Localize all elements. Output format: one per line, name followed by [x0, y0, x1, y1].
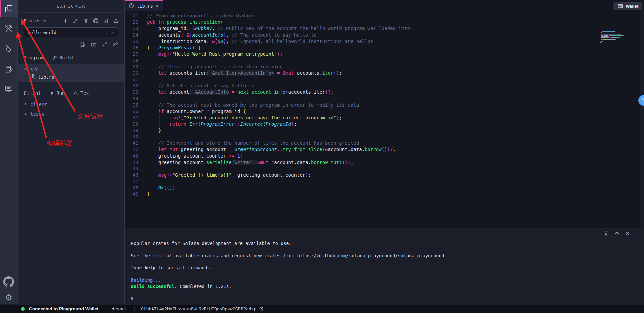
maximize-terminal-icon[interactable]	[614, 231, 620, 236]
run-button-label: Run	[57, 90, 65, 96]
tab-bar: Ⓡ lib.rs ✕	[125, 0, 644, 11]
code-line: 42 let mut greeting_account = GreetingAc…	[125, 147, 644, 153]
file-name: lib.rs	[38, 74, 54, 80]
tools-icon	[4, 24, 13, 33]
terminal-prompt[interactable]: $	[131, 295, 637, 301]
status-bar: Connected to Playground Wallet - devnet …	[0, 304, 644, 313]
new-folder-icon[interactable]	[91, 42, 96, 47]
connection-status-text[interactable]: Connected to Playground Wallet	[29, 306, 98, 311]
run-button[interactable]: Run	[50, 90, 65, 96]
terminal-building-line: Building...	[131, 277, 637, 283]
clear-terminal-icon[interactable]	[604, 231, 609, 236]
code-line: 46 msg!("Greeted {} time(s)!", greeting_…	[125, 172, 644, 179]
code-line: 32 // Get the account to say hello to	[125, 83, 644, 89]
code-line: 44 greeting_account.serialize(writer: &m…	[125, 160, 644, 166]
code-line: 48 Ok(())	[125, 185, 644, 191]
tree-item-src[interactable]: src	[24, 65, 118, 73]
flask-icon	[73, 91, 78, 96]
wallet-button[interactable]: Wallet	[613, 2, 642, 10]
code-line: 22pub fn process_instruction(	[125, 19, 644, 26]
new-file-icon[interactable]	[80, 42, 85, 47]
external-link-icon[interactable]	[259, 307, 263, 311]
tree-item-tests[interactable]: tests	[24, 110, 118, 118]
code-editor[interactable]: 21// Program entrypoint's implementation…	[125, 11, 644, 228]
wallet-address[interactable]: GtbbA7t4g2MnZLsvyno8wL9vRfUTQosDpvwCGBBP…	[141, 306, 256, 311]
export-project-icon[interactable]	[113, 18, 118, 23]
import-project-icon[interactable]	[103, 18, 108, 23]
code-line: 23 program_id: &Pubkey, // Public key of…	[125, 26, 644, 32]
activity-bar: ⚙	[0, 0, 18, 304]
tab-label: lib.rs	[137, 3, 153, 9]
code-line: 31	[125, 77, 644, 83]
terminal-cursor	[137, 296, 140, 301]
explorer-icon	[4, 4, 13, 13]
folder-name: src	[30, 67, 38, 72]
connection-status-dot	[21, 307, 25, 311]
rust-file-icon: Ⓡ	[31, 74, 35, 80]
code-line: 37 msg!("Greeted account does not have t…	[125, 115, 644, 121]
monitor-icon	[4, 85, 13, 93]
code-line: 39 }	[125, 128, 644, 134]
tree-item-librs[interactable]: Ⓡ lib.rs	[31, 73, 118, 81]
command-icon: ⌘	[641, 97, 644, 104]
test-tube-icon	[4, 45, 13, 53]
project-select[interactable]: hello_world |	[24, 27, 118, 37]
chevron-right-icon	[24, 102, 28, 106]
terminal-output: Popular crates for Solana development ar…	[125, 228, 644, 302]
code-line: 40	[125, 134, 644, 140]
activity-item-programs[interactable]	[0, 80, 18, 98]
code-line: 45	[125, 166, 644, 172]
client-section: Client Run Test	[24, 90, 118, 96]
projects-label: Projects	[24, 18, 46, 23]
wallet-button-label: Wallet	[626, 4, 638, 9]
tree-item-client[interactable]: client	[24, 100, 118, 108]
play-icon	[50, 91, 54, 96]
close-terminal-icon[interactable]	[625, 231, 630, 236]
code-line: 47	[125, 179, 644, 185]
delete-project-icon[interactable]	[83, 18, 88, 23]
activity-item-explorer[interactable]	[0, 0, 18, 17]
status-pipe: |	[133, 306, 136, 311]
prompt-symbol: $	[131, 295, 133, 301]
explorer-sidebar: EXPLORER Projects hello_world |	[18, 0, 125, 304]
settings-button[interactable]: ⚙	[5, 293, 12, 302]
code-line: 27 msg!("Hello World Rust program entryp…	[125, 51, 644, 58]
tab-close-icon[interactable]: ✕	[156, 3, 158, 8]
sidebar-header: EXPLORER	[18, 0, 124, 13]
selected-project: hello_world	[28, 30, 105, 35]
code-line: 24 accounts: &[AccountInfo], // The acco…	[125, 32, 644, 39]
activity-item-tutorials[interactable]	[0, 60, 18, 78]
github-button[interactable]	[3, 276, 14, 287]
solana-playground-app: ⚙ EXPLORER Projects hello_world |	[0, 0, 644, 313]
collapse-all-icon[interactable]	[102, 42, 107, 47]
build-button-label: Build	[59, 55, 73, 60]
code-line: 21// Program entrypoint's implementation	[125, 13, 644, 19]
folder-name: tests	[30, 111, 44, 117]
new-project-icon[interactable]	[63, 18, 68, 23]
minimap[interactable]	[600, 14, 635, 43]
rename-project-icon[interactable]	[73, 18, 78, 23]
github-import-icon[interactable]	[93, 18, 98, 23]
code-line: 28	[125, 58, 644, 64]
document-edit-icon	[4, 65, 13, 73]
github-repo-link[interactable]: https://github.com/solana-playground/sol…	[297, 253, 444, 258]
build-button[interactable]: Build	[52, 55, 73, 60]
terminal-line: Type help to see all commands.	[131, 265, 637, 271]
terminal-line: Popular crates for Solana development ar…	[131, 240, 637, 246]
selected-folder-block: src Ⓡ lib.rs	[18, 64, 124, 82]
status-dash: -	[104, 306, 106, 311]
chevron-right-icon	[24, 112, 28, 116]
code-line: 30 let accounts_iter: &mut Iter<AccountI…	[125, 70, 644, 77]
code-line: 36 if account.owner ≠ program_id {	[125, 109, 644, 115]
test-button[interactable]: Test	[73, 90, 92, 96]
test-button-label: Test	[80, 90, 92, 96]
share-icon[interactable]	[113, 42, 118, 47]
tab-librs[interactable]: Ⓡ lib.rs ✕	[125, 0, 163, 11]
activity-item-build-deploy[interactable]	[0, 20, 18, 38]
terminal-panel: Popular crates for Solana development ar…	[125, 228, 644, 304]
cluster-name[interactable]: devnet	[112, 306, 127, 311]
activity-item-test[interactable]	[0, 40, 18, 58]
chevron-down-icon	[111, 30, 115, 34]
code-line: 25 _instruction_data: &[u8], // Ignored,…	[125, 39, 644, 45]
code-line: 49}	[125, 191, 644, 198]
